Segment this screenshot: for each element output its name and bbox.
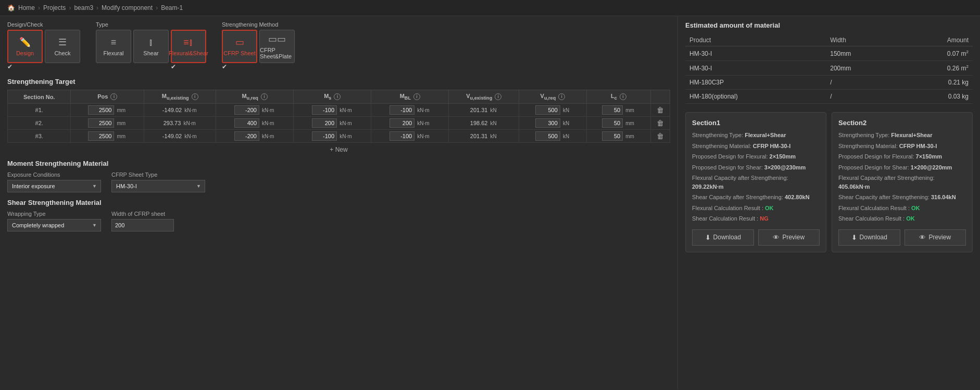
estimated-material-title: Estimated amount of material — [685, 21, 973, 29]
mat-width-2: / — [826, 76, 898, 90]
design-button[interactable]: ✏️ Design — [7, 30, 43, 63]
val-vu-exist-0: 201.31 — [470, 107, 488, 113]
input-pos-2[interactable] — [88, 131, 114, 141]
input-ms-1[interactable] — [312, 118, 337, 128]
input-mu-req-0[interactable] — [234, 105, 259, 115]
breadcrumb-home[interactable]: Home — [18, 4, 35, 11]
cell-vu-req-1: kN — [519, 117, 587, 130]
mat-col-amount: Amount — [898, 34, 973, 46]
section2-preview-button[interactable]: 👁 Preview — [904, 229, 966, 246]
shear-button[interactable]: ⫿ Shear — [133, 30, 169, 63]
cell-del-0: 🗑 — [651, 104, 670, 117]
section2-str-type: Strengthening Type: Flexural+Shear — [838, 131, 966, 140]
cell-ms-2: kN·m — [294, 130, 371, 143]
input-pos-1[interactable] — [88, 118, 114, 128]
shear-result-label1: Shear Calculation Result : — [692, 215, 758, 222]
input-mbl-1[interactable] — [390, 118, 414, 128]
material-label1: Strengthening Material: — [692, 143, 751, 149]
breadcrumb-beam1[interactable]: Beam-1 — [161, 4, 183, 11]
delete-row-2-button[interactable]: 🗑 — [657, 132, 664, 140]
shear-icon: ⫿ — [149, 37, 154, 48]
cell-del-2: 🗑 — [651, 130, 670, 143]
section1-title: Section1 — [692, 119, 820, 127]
input-vu-req-1[interactable] — [535, 118, 560, 128]
val-mu-exist-0: -149.02 — [162, 107, 182, 113]
cell-mu-req-0: kN·m — [216, 104, 294, 117]
design-checkmark: ✔ — [7, 63, 12, 70]
section1-download-button[interactable]: ⬇ Download — [692, 229, 754, 246]
exposure-select[interactable]: Interior exposure Exterior exposure — [7, 180, 101, 192]
section-cards: Section1 Strengthening Type: Flexural+Sh… — [685, 112, 973, 252]
col-mu-exist: Mu,existing i — [144, 90, 216, 104]
breadcrumb: 🏠 Home › Projects › beam3 › Modify compo… — [0, 0, 980, 16]
wrapping-label: Wrapping Type — [7, 211, 101, 217]
section1-preview-button[interactable]: 👁 Preview — [758, 229, 820, 246]
breadcrumb-beam3[interactable]: beam3 — [74, 4, 93, 11]
val-vu-exist-2: 201.31 — [470, 133, 488, 139]
input-mu-req-1[interactable] — [234, 118, 259, 128]
input-mu-req-2[interactable] — [234, 131, 259, 141]
delete-row-0-button[interactable]: 🗑 — [657, 106, 664, 114]
section1-actions: ⬇ Download 👁 Preview — [692, 229, 820, 246]
cell-lc-0: mm — [586, 104, 650, 117]
width-cfrp-group: Width of CFRP sheet — [111, 211, 174, 231]
right-panel: Estimated amount of material Product Wid… — [678, 16, 980, 389]
cell-no-1: #2. — [8, 117, 71, 130]
cfrp-type-select[interactable]: HM-30-I HM-30-II HM-180C3P — [111, 180, 205, 192]
cfrp-sheet-plate-button[interactable]: ▭▭ CFRP Sheet&Plate — [259, 30, 295, 63]
input-ms-0[interactable] — [312, 105, 337, 115]
material-table-row: HM-30-I 150mm 0.07 m2 — [685, 46, 973, 61]
section2-shear-design: Proposed Design for Shear: 1×200@220mm — [838, 163, 966, 172]
breadcrumb-projects[interactable]: Projects — [43, 4, 66, 11]
method-label: Strengthening Method — [222, 21, 295, 28]
pos-info-icon: i — [110, 93, 117, 100]
cell-del-1: 🗑 — [651, 117, 670, 130]
breadcrumb-modify[interactable]: Modify component — [102, 4, 153, 11]
input-mbl-0[interactable] — [390, 105, 414, 115]
input-lc-0[interactable] — [602, 105, 623, 115]
mat-product-0: HM-30-I — [685, 46, 826, 61]
col-lc: Lc i — [586, 90, 650, 104]
left-panel: Design/Check ✏️ Design ✔ ☰ Check — [0, 16, 678, 389]
mat-col-width: Width — [826, 34, 898, 46]
section2-flexural-capacity-val: 405.06kN·m — [838, 184, 870, 190]
home-icon: 🏠 — [7, 4, 15, 11]
width-cfrp-input[interactable] — [111, 219, 174, 231]
section1-shear-result-val: NG — [760, 215, 769, 222]
section1-shear-result: Shear Calculation Result : NG — [692, 214, 820, 223]
cfrp-sheet-button[interactable]: ▭ CFRP Sheet — [222, 30, 257, 63]
section1-shear-capacity: Shear Capacity after Strengthening: 402.… — [692, 193, 820, 202]
top-buttons-row: Design/Check ✏️ Design ✔ ☰ Check — [7, 21, 670, 70]
input-vu-req-0[interactable] — [535, 105, 560, 115]
check-icon: ☰ — [58, 36, 67, 48]
col-delete — [651, 90, 670, 104]
input-vu-req-2[interactable] — [535, 131, 560, 141]
new-row-button[interactable]: + New — [330, 146, 347, 153]
section1-flexural-capacity-val: 209.22kN·m — [692, 184, 724, 190]
col-pos: Pos i — [71, 90, 144, 104]
check-button[interactable]: ☰ Check — [45, 30, 80, 63]
wrapping-select[interactable]: Completely wrapped U-wrap Two-side bond — [7, 219, 101, 231]
cfrpsheet-btn-wrap: ▭ CFRP Sheet ✔ — [222, 30, 257, 70]
cell-pos-0: mm — [71, 104, 144, 117]
input-lc-2[interactable] — [602, 131, 623, 141]
section2-download-button[interactable]: ⬇ Download — [838, 229, 900, 246]
cell-vu-exist-1: 198.62 kN — [449, 117, 519, 130]
design-label: Design — [16, 50, 34, 56]
section2-shear-design-val: 1×200@220mm — [911, 164, 952, 170]
vu-exist-info: i — [495, 93, 501, 100]
col-mu-req: Mu,req i — [216, 90, 294, 104]
flexural-button[interactable]: ≡ Flexural — [96, 30, 131, 63]
input-ms-2[interactable] — [312, 131, 337, 141]
input-pos-0[interactable] — [88, 105, 114, 115]
cell-mbl-0: kN·m — [371, 104, 449, 117]
unit-pos-2: mm — [116, 133, 127, 139]
val-vu-exist-1: 198.62 — [470, 120, 488, 126]
delete-row-1-button[interactable]: 🗑 — [657, 119, 664, 127]
mat-product-1: HM-30-I — [685, 61, 826, 76]
input-mbl-2[interactable] — [390, 131, 414, 141]
input-lc-1[interactable] — [602, 118, 623, 128]
flexural-shear-button[interactable]: ≡⫿ Flexural&Shear — [171, 30, 206, 63]
cell-mbl-1: kN·m — [371, 117, 449, 130]
flexural-design-label1: Proposed Design for Flexural: — [692, 153, 768, 160]
